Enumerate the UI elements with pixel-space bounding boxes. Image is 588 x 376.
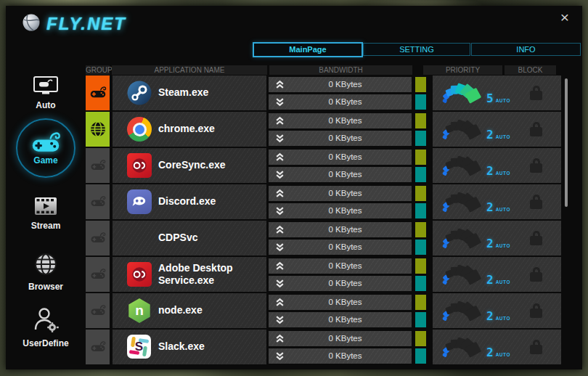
priority-number: 2	[486, 164, 494, 178]
double-chevron-down-icon[interactable]	[275, 351, 285, 361]
priority-block-cell: 2 AUTO	[433, 148, 561, 183]
double-chevron-up-icon[interactable]	[275, 189, 285, 198]
priority-value-wrap: 2 AUTO	[486, 237, 510, 250]
double-chevron-up-icon[interactable]	[275, 152, 285, 162]
bandwidth-cell: 0 KBytes 0 KBytes	[269, 330, 412, 364]
lock-icon[interactable]	[530, 91, 542, 100]
priority-value-wrap: 2 AUTO	[486, 273, 510, 287]
group-cell-unassigned[interactable]	[86, 221, 110, 256]
table-row[interactable]: Discord.exe 0 KBytes 0 KBytes	[86, 184, 561, 219]
priority-block-cell: 5 AUTO	[433, 75, 561, 110]
group-cell-game[interactable]	[86, 75, 110, 110]
lock-icon[interactable]	[530, 345, 542, 354]
table-row[interactable]: Steam.exe 0 KBytes 0 KBytes	[86, 75, 561, 110]
double-chevron-down-icon[interactable]	[275, 279, 285, 288]
double-chevron-down-icon[interactable]	[275, 97, 285, 107]
sidebar-item-browser[interactable]: Browser	[6, 251, 86, 292]
priority-gauge-icon[interactable]	[441, 186, 485, 218]
group-cell-unassigned[interactable]	[86, 330, 110, 364]
group-cell-unassigned[interactable]	[86, 184, 110, 219]
download-row: 0 KBytes	[269, 312, 412, 327]
application-name: CDPSvc	[158, 232, 266, 245]
upload-indicator-bar	[415, 331, 426, 346]
sidebar-item-stream[interactable]: Stream	[6, 196, 86, 231]
lock-icon[interactable]	[530, 163, 542, 173]
auto-monitor-icon	[33, 86, 59, 98]
double-chevron-up-icon[interactable]	[275, 261, 285, 271]
app-root: FLY.NET × MainPage SETTING INFO Auto	[0, 0, 588, 376]
double-chevron-up-icon[interactable]	[275, 225, 285, 234]
bandwidth-indicator-bars	[415, 148, 426, 183]
priority-gauge-icon[interactable]	[441, 150, 485, 181]
tab-info[interactable]: INFO	[471, 43, 581, 56]
sidebar-item-userdefine[interactable]: UserDefine	[6, 305, 86, 348]
priority-number: 2	[486, 128, 494, 142]
node-icon: n	[127, 298, 152, 323]
gamepad-icon	[89, 159, 107, 172]
bandwidth-cell: 0 KBytes 0 KBytes	[269, 148, 412, 183]
priority-block-cell: 2 AUTO	[433, 112, 561, 147]
priority-block-cell: 2 AUTO	[433, 257, 561, 292]
discord-icon	[127, 189, 152, 214]
table-row[interactable]: CoreSync.exe 0 KBytes 0 KBytes	[86, 148, 561, 183]
double-chevron-down-icon[interactable]	[275, 206, 285, 216]
table-row[interactable]: Adobe Desktop Service.exe 0 KBytes 0 KBy…	[86, 257, 561, 292]
gamepad-icon	[89, 268, 107, 281]
group-cell-unassigned[interactable]	[86, 293, 110, 328]
priority-gauge-icon[interactable]	[441, 77, 485, 109]
download-row: 0 KBytes	[269, 94, 412, 110]
lock-icon[interactable]	[530, 200, 542, 209]
priority-gauge-icon[interactable]	[441, 331, 485, 363]
priority-value-wrap: 2 AUTO	[486, 164, 510, 178]
adobe-cc-icon	[127, 262, 152, 287]
tab-setting[interactable]: SETTING	[363, 43, 470, 56]
sidebar-label: UserDefine	[6, 338, 86, 348]
table-row[interactable]: CDPSvc 0 KBytes 0 KBytes	[86, 221, 561, 256]
priority-number: 2	[486, 309, 494, 323]
double-chevron-up-icon[interactable]	[275, 298, 285, 307]
tab-mainpage[interactable]: MainPage	[253, 42, 363, 57]
double-chevron-down-icon[interactable]	[275, 315, 285, 324]
vertical-scrollbar-thumb[interactable]	[565, 78, 568, 207]
application-cell: Adobe Desktop Service.exe	[113, 257, 266, 292]
sidebar-item-auto[interactable]: Auto	[6, 75, 86, 110]
close-button[interactable]: ×	[556, 9, 573, 26]
priority-gauge-icon[interactable]	[441, 258, 485, 290]
table-row[interactable]: chrome.exe 0 KBytes 0 KBytes	[86, 112, 561, 147]
group-cell-browser[interactable]	[86, 112, 110, 147]
double-chevron-up-icon[interactable]	[275, 80, 285, 89]
download-value: 0 KBytes	[285, 206, 412, 215]
lock-icon[interactable]	[530, 127, 542, 136]
upload-row: 0 KBytes	[269, 77, 412, 92]
double-chevron-up-icon[interactable]	[275, 116, 285, 126]
sidebar-item-game[interactable]: Game	[6, 118, 86, 178]
upload-indicator-bar	[415, 295, 426, 310]
adobe-cc-icon	[127, 153, 152, 178]
download-indicator-bar	[415, 312, 426, 327]
upload-value: 0 KBytes	[285, 152, 412, 161]
group-cell-unassigned[interactable]	[86, 257, 110, 292]
download-indicator-bar	[415, 276, 426, 291]
bandwidth-indicator-bars	[415, 257, 426, 292]
chrome-icon	[127, 117, 152, 142]
double-chevron-down-icon[interactable]	[275, 242, 285, 252]
lock-icon[interactable]	[530, 272, 542, 282]
lock-icon[interactable]	[530, 308, 542, 318]
download-row: 0 KBytes	[269, 348, 412, 364]
priority-mode: AUTO	[496, 243, 510, 248]
download-row: 0 KBytes	[269, 240, 412, 255]
gamepad-icon	[89, 86, 107, 100]
priority-gauge-icon[interactable]	[441, 222, 485, 254]
double-chevron-down-icon[interactable]	[275, 170, 285, 179]
bandwidth-indicator-bars	[415, 75, 426, 110]
table-row[interactable]: n node.exe 0 KBytes 0 KBytes	[86, 293, 561, 328]
priority-gauge-icon[interactable]	[441, 295, 485, 327]
group-cell-unassigned[interactable]	[86, 148, 110, 183]
upload-row: 0 KBytes	[269, 150, 412, 165]
double-chevron-down-icon[interactable]	[275, 134, 285, 143]
lock-icon[interactable]	[530, 236, 542, 245]
priority-gauge-icon[interactable]	[441, 113, 485, 145]
upload-row: 0 KBytes	[269, 295, 412, 310]
table-row[interactable]: S Slack.exe 0 KBytes 0 KBytes	[86, 330, 561, 364]
double-chevron-up-icon[interactable]	[275, 334, 285, 343]
